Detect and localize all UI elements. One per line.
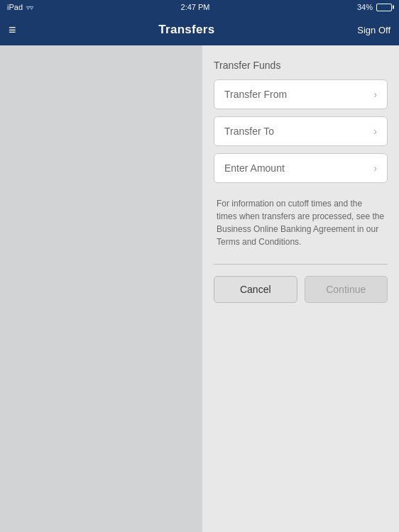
enter-amount-label: Enter Amount bbox=[224, 162, 285, 174]
cancel-button[interactable]: Cancel bbox=[214, 276, 297, 303]
transfer-to-label: Transfer To bbox=[224, 126, 274, 137]
menu-icon[interactable]: ≡ bbox=[9, 23, 16, 36]
transfer-to-row[interactable]: Transfer To › bbox=[214, 117, 387, 145]
status-left: iPad ▿▿ bbox=[7, 3, 33, 11]
button-row: Cancel Continue bbox=[214, 276, 388, 303]
transfer-from-row[interactable]: Transfer From › bbox=[214, 80, 387, 109]
transfer-from-label: Transfer From bbox=[224, 89, 287, 100]
status-right: 34% bbox=[357, 3, 392, 11]
enter-amount-row[interactable]: Enter Amount › bbox=[214, 154, 387, 182]
enter-amount-chevron-icon: › bbox=[373, 162, 377, 174]
nav-title: Transfers bbox=[158, 23, 214, 37]
section-title: Transfer Funds bbox=[214, 60, 388, 71]
right-panel: Transfer Funds Transfer From › Transfer … bbox=[202, 45, 399, 532]
transfer-to-card[interactable]: Transfer To › bbox=[214, 116, 388, 146]
device-label: iPad bbox=[7, 3, 23, 11]
transfer-from-card[interactable]: Transfer From › bbox=[214, 79, 388, 109]
info-text: For information on cutoff times and the … bbox=[214, 190, 388, 255]
divider bbox=[214, 264, 388, 265]
status-bar: iPad ▿▿ 2:47 PM 34% bbox=[0, 0, 399, 14]
transfer-to-chevron-icon: › bbox=[373, 126, 377, 137]
sidebar bbox=[0, 45, 202, 532]
battery-icon bbox=[376, 4, 392, 11]
time-label: 2:47 PM bbox=[181, 3, 210, 11]
wifi-icon: ▿▿ bbox=[26, 4, 33, 11]
transfer-from-chevron-icon: › bbox=[373, 89, 377, 100]
main-content: Transfer Funds Transfer From › Transfer … bbox=[0, 45, 399, 532]
sign-off-button[interactable]: Sign Off bbox=[357, 25, 390, 35]
nav-bar: ≡ Transfers Sign Off bbox=[0, 14, 399, 45]
battery-percent-label: 34% bbox=[357, 3, 373, 11]
continue-button: Continue bbox=[305, 276, 388, 303]
enter-amount-card[interactable]: Enter Amount › bbox=[214, 153, 388, 183]
